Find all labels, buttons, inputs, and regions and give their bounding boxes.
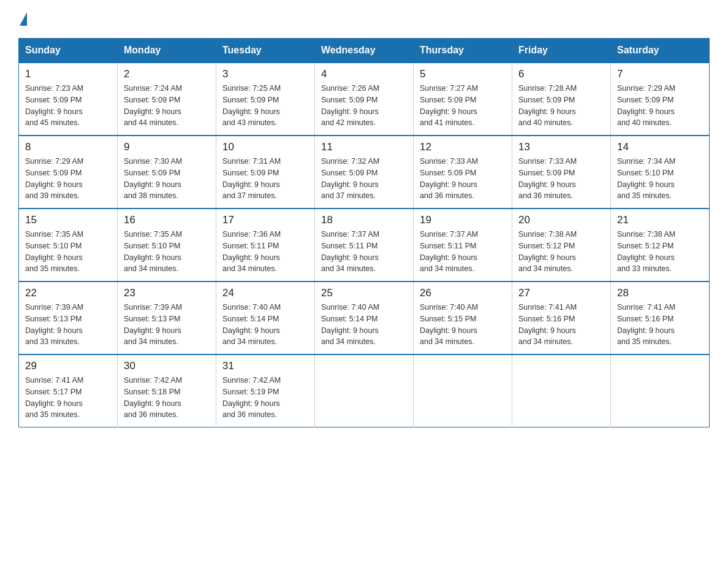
daylight-info: Daylight: 9 hours xyxy=(124,398,210,410)
daylight-info-cont: and 40 minutes. xyxy=(617,117,703,129)
daylight-info-cont: and 34 minutes. xyxy=(518,263,604,275)
daylight-info: Daylight: 9 hours xyxy=(321,252,407,264)
daylight-info-cont: and 35 minutes. xyxy=(617,336,703,348)
sunrise-info: Sunrise: 7:27 AM xyxy=(420,83,506,94)
day-number: 13 xyxy=(518,141,604,153)
day-number: 28 xyxy=(617,287,703,299)
sunrise-info: Sunrise: 7:29 AM xyxy=(25,156,111,167)
day-header-tuesday: Tuesday xyxy=(216,39,315,63)
day-info: Sunrise: 7:23 AMSunset: 5:09 PMDaylight:… xyxy=(25,83,111,129)
calendar-cell: 17Sunrise: 7:36 AMSunset: 5:11 PMDayligh… xyxy=(216,209,315,282)
sunset-info: Sunset: 5:09 PM xyxy=(124,167,210,179)
day-info: Sunrise: 7:39 AMSunset: 5:13 PMDaylight:… xyxy=(25,302,111,348)
sunrise-info: Sunrise: 7:34 AM xyxy=(617,156,703,167)
sunset-info: Sunset: 5:19 PM xyxy=(222,386,308,398)
daylight-info: Daylight: 9 hours xyxy=(124,106,210,118)
sunrise-info: Sunrise: 7:42 AM xyxy=(222,375,308,386)
day-info: Sunrise: 7:27 AMSunset: 5:09 PMDaylight:… xyxy=(420,83,506,129)
daylight-info: Daylight: 9 hours xyxy=(518,325,604,337)
sunset-info: Sunset: 5:09 PM xyxy=(25,94,111,106)
sunset-info: Sunset: 5:09 PM xyxy=(321,94,407,106)
day-number: 22 xyxy=(25,287,111,299)
daylight-info: Daylight: 9 hours xyxy=(321,179,407,191)
day-info: Sunrise: 7:41 AMSunset: 5:16 PMDaylight:… xyxy=(518,302,604,348)
day-info: Sunrise: 7:35 AMSunset: 5:10 PMDaylight:… xyxy=(124,229,210,275)
day-number: 12 xyxy=(420,141,506,153)
calendar-cell: 4Sunrise: 7:26 AMSunset: 5:09 PMDaylight… xyxy=(315,63,414,136)
day-header-row: SundayMondayTuesdayWednesdayThursdayFrid… xyxy=(19,39,710,63)
sunrise-info: Sunrise: 7:39 AM xyxy=(124,302,210,313)
calendar-week-row: 8Sunrise: 7:29 AMSunset: 5:09 PMDaylight… xyxy=(19,136,710,209)
day-info: Sunrise: 7:26 AMSunset: 5:09 PMDaylight:… xyxy=(321,83,407,129)
sunset-info: Sunset: 5:17 PM xyxy=(25,386,111,398)
day-info: Sunrise: 7:37 AMSunset: 5:11 PMDaylight:… xyxy=(321,229,407,275)
calendar-cell: 25Sunrise: 7:40 AMSunset: 5:14 PMDayligh… xyxy=(315,282,414,354)
daylight-info-cont: and 38 minutes. xyxy=(124,190,210,202)
day-number: 20 xyxy=(518,214,604,226)
calendar-cell: 22Sunrise: 7:39 AMSunset: 5:13 PMDayligh… xyxy=(19,282,118,354)
sunrise-info: Sunrise: 7:29 AM xyxy=(617,83,703,94)
calendar-week-row: 22Sunrise: 7:39 AMSunset: 5:13 PMDayligh… xyxy=(19,282,710,354)
sunrise-info: Sunrise: 7:40 AM xyxy=(222,302,308,313)
daylight-info-cont: and 35 minutes. xyxy=(25,263,111,275)
sunset-info: Sunset: 5:10 PM xyxy=(617,167,703,179)
day-info: Sunrise: 7:29 AMSunset: 5:09 PMDaylight:… xyxy=(25,156,111,202)
day-number: 18 xyxy=(321,214,407,226)
sunset-info: Sunset: 5:09 PM xyxy=(420,167,506,179)
daylight-info-cont: and 34 minutes. xyxy=(518,336,604,348)
daylight-info-cont: and 34 minutes. xyxy=(124,336,210,348)
sunset-info: Sunset: 5:13 PM xyxy=(25,313,111,325)
logo-triangle-icon xyxy=(20,12,27,26)
day-number: 3 xyxy=(222,68,308,80)
daylight-info-cont: and 36 minutes. xyxy=(420,190,506,202)
sunset-info: Sunset: 5:09 PM xyxy=(518,94,604,106)
calendar-cell: 27Sunrise: 7:41 AMSunset: 5:16 PMDayligh… xyxy=(512,282,611,354)
daylight-info-cont: and 39 minutes. xyxy=(25,190,111,202)
sunrise-info: Sunrise: 7:39 AM xyxy=(25,302,111,313)
daylight-info-cont: and 34 minutes. xyxy=(222,263,308,275)
calendar-header: SundayMondayTuesdayWednesdayThursdayFrid… xyxy=(19,39,710,63)
daylight-info: Daylight: 9 hours xyxy=(420,252,506,264)
day-info: Sunrise: 7:34 AMSunset: 5:10 PMDaylight:… xyxy=(617,156,703,202)
day-info: Sunrise: 7:38 AMSunset: 5:12 PMDaylight:… xyxy=(518,229,604,275)
daylight-info: Daylight: 9 hours xyxy=(124,252,210,264)
daylight-info-cont: and 35 minutes. xyxy=(25,409,111,421)
calendar-cell: 19Sunrise: 7:37 AMSunset: 5:11 PMDayligh… xyxy=(414,209,512,282)
day-info: Sunrise: 7:36 AMSunset: 5:11 PMDaylight:… xyxy=(222,229,308,275)
day-header-friday: Friday xyxy=(512,39,611,63)
day-info: Sunrise: 7:28 AMSunset: 5:09 PMDaylight:… xyxy=(518,83,604,129)
daylight-info-cont: and 34 minutes. xyxy=(420,336,506,348)
calendar-cell: 9Sunrise: 7:30 AMSunset: 5:09 PMDaylight… xyxy=(118,136,216,209)
daylight-info-cont: and 35 minutes. xyxy=(617,190,703,202)
calendar-cell: 24Sunrise: 7:40 AMSunset: 5:14 PMDayligh… xyxy=(216,282,315,354)
day-info: Sunrise: 7:33 AMSunset: 5:09 PMDaylight:… xyxy=(518,156,604,202)
day-number: 14 xyxy=(617,141,703,153)
sunrise-info: Sunrise: 7:32 AM xyxy=(321,156,407,167)
sunset-info: Sunset: 5:13 PM xyxy=(124,313,210,325)
daylight-info: Daylight: 9 hours xyxy=(25,179,111,191)
day-number: 24 xyxy=(222,287,308,299)
day-number: 4 xyxy=(321,68,407,80)
sunset-info: Sunset: 5:11 PM xyxy=(321,240,407,252)
sunset-info: Sunset: 5:11 PM xyxy=(222,240,308,252)
day-number: 23 xyxy=(124,287,210,299)
sunrise-info: Sunrise: 7:25 AM xyxy=(222,83,308,94)
calendar-cell: 5Sunrise: 7:27 AMSunset: 5:09 PMDaylight… xyxy=(414,63,512,136)
calendar-cell: 16Sunrise: 7:35 AMSunset: 5:10 PMDayligh… xyxy=(118,209,216,282)
calendar-cell: 28Sunrise: 7:41 AMSunset: 5:16 PMDayligh… xyxy=(611,282,710,354)
daylight-info: Daylight: 9 hours xyxy=(321,325,407,337)
daylight-info-cont: and 37 minutes. xyxy=(321,190,407,202)
daylight-info: Daylight: 9 hours xyxy=(617,106,703,118)
daylight-info-cont: and 33 minutes. xyxy=(25,336,111,348)
sunset-info: Sunset: 5:15 PM xyxy=(420,313,506,325)
sunrise-info: Sunrise: 7:26 AM xyxy=(321,83,407,94)
day-info: Sunrise: 7:31 AMSunset: 5:09 PMDaylight:… xyxy=(222,156,308,202)
day-info: Sunrise: 7:24 AMSunset: 5:09 PMDaylight:… xyxy=(124,83,210,129)
daylight-info-cont: and 37 minutes. xyxy=(222,190,308,202)
daylight-info: Daylight: 9 hours xyxy=(321,106,407,118)
sunrise-info: Sunrise: 7:37 AM xyxy=(420,229,506,240)
calendar-cell: 26Sunrise: 7:40 AMSunset: 5:15 PMDayligh… xyxy=(414,282,512,354)
day-number: 9 xyxy=(124,141,210,153)
day-info: Sunrise: 7:40 AMSunset: 5:15 PMDaylight:… xyxy=(420,302,506,348)
calendar-cell: 23Sunrise: 7:39 AMSunset: 5:13 PMDayligh… xyxy=(118,282,216,354)
